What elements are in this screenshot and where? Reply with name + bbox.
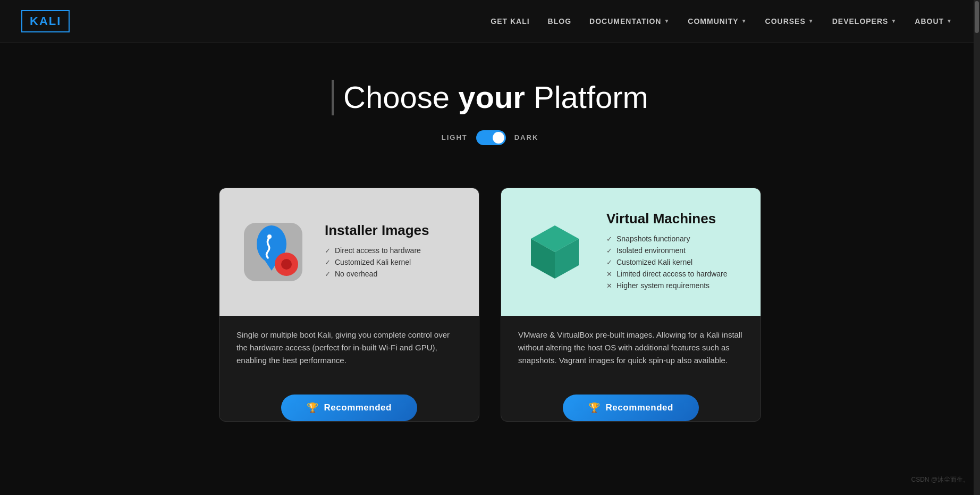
check-icon: ✓ [606, 247, 612, 255]
nav-item-about[interactable]: ABOUT ▼ [908, 13, 959, 30]
installer-feature-2: ✓ Customized Kali kernel [325, 258, 429, 266]
vm-icon [520, 217, 589, 287]
installer-recommended-button[interactable]: 🏆 Recommended [281, 395, 417, 421]
installer-card-description: Single or multiple boot Kali, giving you… [236, 329, 462, 367]
nav-link-documentation[interactable]: DOCUMENTATION ▼ [583, 13, 676, 30]
nav-link-developers[interactable]: DEVELOPERS ▼ [826, 13, 903, 30]
check-icon: ✓ [325, 247, 331, 255]
theme-toggle-row: LIGHT DARK [11, 130, 969, 145]
installer-icon [239, 217, 308, 287]
chevron-down-icon: ▼ [947, 18, 952, 24]
hero-section: Choose your Platform LIGHT DARK [0, 43, 980, 166]
toggle-light-label: LIGHT [442, 133, 468, 141]
trophy-icon: 🏆 [588, 402, 601, 414]
nav-link-courses[interactable]: COURSES ▼ [759, 13, 821, 30]
watermark: CSDN @沐尘而生。 [911, 475, 969, 484]
vm-card-title: Virtual Machines [606, 211, 728, 227]
cross-icon: ✕ [606, 282, 612, 290]
installer-card-body: Single or multiple boot Kali, giving you… [219, 316, 479, 385]
vm-recommended-button[interactable]: 🏆 Recommended [563, 395, 699, 421]
cards-section: Installer Images ✓ Direct access to hard… [0, 166, 980, 454]
installer-card-title: Installer Images [325, 222, 429, 239]
chevron-down-icon: ▼ [808, 18, 814, 24]
theme-toggle[interactable] [476, 130, 506, 145]
chevron-down-icon: ▼ [664, 18, 670, 24]
nav-link-community[interactable]: COMMUNITY ▼ [681, 13, 753, 30]
vm-card-top: Virtual Machines ✓ Snapshots functionary… [501, 188, 761, 316]
nav-links: GET KALI BLOG DOCUMENTATION ▼ COMMUNITY … [484, 13, 959, 30]
vm-feature-5: ✕ Higher system requirements [606, 281, 728, 290]
nav-item-community[interactable]: COMMUNITY ▼ [681, 13, 753, 30]
vm-card-body: VMware & VirtualBox pre-built images. Al… [501, 316, 761, 385]
toggle-dark-label: DARK [514, 133, 539, 141]
vm-recommended-label: Recommended [606, 402, 673, 413]
cross-icon: ✕ [606, 270, 612, 278]
nav-link-get-kali[interactable]: GET KALI [484, 13, 536, 30]
installer-card-info: Installer Images ✓ Direct access to hard… [325, 222, 429, 281]
svg-point-5 [281, 259, 292, 270]
navbar: KALI GET KALI BLOG DOCUMENTATION ▼ COMMU… [0, 0, 980, 43]
nav-item-get-kali[interactable]: GET KALI [484, 13, 536, 30]
installer-card-top: Installer Images ✓ Direct access to hard… [219, 188, 479, 316]
installer-features-list: ✓ Direct access to hardware ✓ Customized… [325, 246, 429, 278]
svg-point-3 [267, 234, 272, 239]
vm-feature-1: ✓ Snapshots functionary [606, 234, 728, 243]
check-icon: ✓ [606, 258, 612, 266]
trophy-icon: 🏆 [307, 402, 319, 414]
installer-feature-1: ✓ Direct access to hardware [325, 246, 429, 255]
vm-card-description: VMware & VirtualBox pre-built images. Al… [518, 329, 744, 367]
nav-item-documentation[interactable]: DOCUMENTATION ▼ [583, 13, 676, 30]
installer-feature-3: ✓ No overhead [325, 270, 429, 278]
installer-recommended-label: Recommended [324, 402, 392, 413]
vm-feature-3: ✓ Customized Kali kernel [606, 258, 728, 266]
nav-link-blog[interactable]: BLOG [542, 13, 578, 30]
vm-feature-2: ✓ Isolated environment [606, 246, 728, 255]
nav-link-about[interactable]: ABOUT ▼ [908, 13, 959, 30]
check-icon: ✓ [325, 270, 331, 278]
chevron-down-icon: ▼ [741, 18, 747, 24]
hero-title-part2: Platform [525, 80, 648, 114]
nav-item-blog[interactable]: BLOG [542, 13, 578, 30]
hero-title: Choose your Platform [332, 80, 648, 115]
nav-item-developers[interactable]: DEVELOPERS ▼ [826, 13, 903, 30]
check-icon: ✓ [325, 258, 331, 266]
vm-card-info: Virtual Machines ✓ Snapshots functionary… [606, 211, 728, 293]
vm-card-footer: 🏆 Recommended [501, 395, 761, 421]
hero-title-bold: your [458, 80, 525, 114]
installer-card-footer: 🏆 Recommended [219, 395, 479, 421]
hero-title-part1: Choose [343, 80, 458, 114]
check-icon: ✓ [606, 235, 612, 243]
vm-card: Virtual Machines ✓ Snapshots functionary… [501, 188, 761, 422]
nav-item-courses[interactable]: COURSES ▼ [759, 13, 821, 30]
chevron-down-icon: ▼ [891, 18, 897, 24]
logo[interactable]: KALI [21, 10, 70, 32]
installer-card: Installer Images ✓ Direct access to hard… [219, 188, 479, 422]
vm-feature-4: ✕ Limited direct access to hardware [606, 270, 728, 278]
toggle-knob [493, 132, 504, 144]
vm-features-list: ✓ Snapshots functionary ✓ Isolated envir… [606, 234, 728, 290]
